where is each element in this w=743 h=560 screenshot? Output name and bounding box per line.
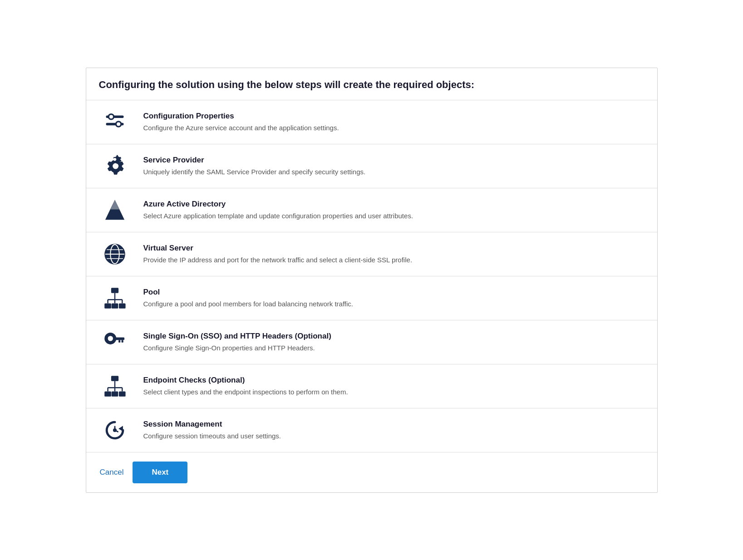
step-title-pool: Pool [143, 288, 645, 297]
step-item-sso: Single Sign-On (SSO) and HTTP Headers (O… [86, 320, 657, 364]
step-list: Configuration Properties Configure the A… [86, 100, 657, 452]
svg-rect-26 [118, 340, 120, 343]
svg-point-4 [113, 163, 118, 169]
step-desc-config-properties: Configure the Azure service account and … [143, 123, 645, 133]
globe-icon [99, 242, 131, 266]
svg-rect-30 [118, 391, 125, 396]
next-button[interactable]: Next [133, 462, 187, 483]
svg-rect-28 [104, 391, 111, 396]
svg-rect-24 [115, 337, 124, 340]
step-content-config-properties: Configuration Properties Configure the A… [143, 112, 645, 133]
step-title-session-management: Session Management [143, 420, 645, 429]
svg-point-3 [116, 121, 121, 126]
network2-icon [99, 374, 131, 398]
step-item-service-provider: Service Provider Uniquely identify the S… [86, 144, 657, 188]
step-title-endpoint-checks: Endpoint Checks (Optional) [143, 376, 645, 385]
svg-point-2 [108, 114, 113, 119]
svg-rect-16 [118, 303, 125, 308]
step-desc-sso: Configure Single Sign-On properties and … [143, 343, 645, 353]
step-content-endpoint-checks: Endpoint Checks (Optional) Select client… [143, 376, 645, 397]
wizard-container: Configuring the solution using the below… [86, 68, 658, 493]
svg-point-5 [113, 157, 116, 161]
svg-rect-25 [121, 340, 123, 343]
step-content-session-management: Session Management Configure session tim… [143, 420, 645, 441]
gear-icon [99, 154, 131, 178]
wizard-footer: Cancel Next [86, 452, 657, 492]
step-item-pool: Pool Configure a pool and pool members f… [86, 276, 657, 320]
svg-point-23 [108, 336, 113, 341]
svg-rect-27 [111, 376, 118, 381]
step-item-endpoint-checks: Endpoint Checks (Optional) Select client… [86, 364, 657, 408]
step-item-session-management: Session Management Configure session tim… [86, 408, 657, 452]
azure-icon [99, 198, 131, 222]
step-content-service-provider: Service Provider Uniquely identify the S… [143, 156, 645, 177]
step-title-service-provider: Service Provider [143, 156, 645, 165]
step-item-virtual-server: Virtual Server Provide the IP address an… [86, 232, 657, 276]
svg-rect-13 [111, 288, 118, 293]
key-icon [99, 330, 131, 354]
wizard-title: Configuring the solution using the below… [99, 79, 645, 91]
svg-rect-14 [104, 303, 111, 308]
step-desc-virtual-server: Provide the IP address and port for the … [143, 255, 645, 265]
step-desc-endpoint-checks: Select client types and the endpoint ins… [143, 387, 645, 397]
step-item-azure-ad: Azure Active Directory Select Azure appl… [86, 188, 657, 232]
step-title-azure-ad: Azure Active Directory [143, 200, 645, 209]
svg-rect-15 [111, 303, 118, 308]
step-title-sso: Single Sign-On (SSO) and HTTP Headers (O… [143, 332, 645, 341]
step-desc-pool: Configure a pool and pool members for lo… [143, 299, 645, 309]
sliders-icon [99, 110, 131, 134]
cancel-button[interactable]: Cancel [99, 465, 125, 480]
step-content-sso: Single Sign-On (SSO) and HTTP Headers (O… [143, 332, 645, 353]
step-desc-azure-ad: Select Azure application template and up… [143, 211, 645, 221]
network-icon [99, 286, 131, 310]
svg-marker-36 [118, 426, 123, 431]
svg-marker-7 [110, 200, 119, 209]
svg-rect-29 [111, 391, 118, 396]
step-title-config-properties: Configuration Properties [143, 112, 645, 121]
session-icon [99, 418, 131, 442]
wizard-header: Configuring the solution using the below… [86, 68, 657, 100]
step-desc-service-provider: Uniquely identify the SAML Service Provi… [143, 167, 645, 177]
step-content-pool: Pool Configure a pool and pool members f… [143, 288, 645, 309]
step-title-virtual-server: Virtual Server [143, 244, 645, 253]
step-content-virtual-server: Virtual Server Provide the IP address an… [143, 244, 645, 265]
step-desc-session-management: Configure session timeouts and user sett… [143, 431, 645, 441]
step-item-config-properties: Configuration Properties Configure the A… [86, 100, 657, 144]
step-content-azure-ad: Azure Active Directory Select Azure appl… [143, 200, 645, 221]
